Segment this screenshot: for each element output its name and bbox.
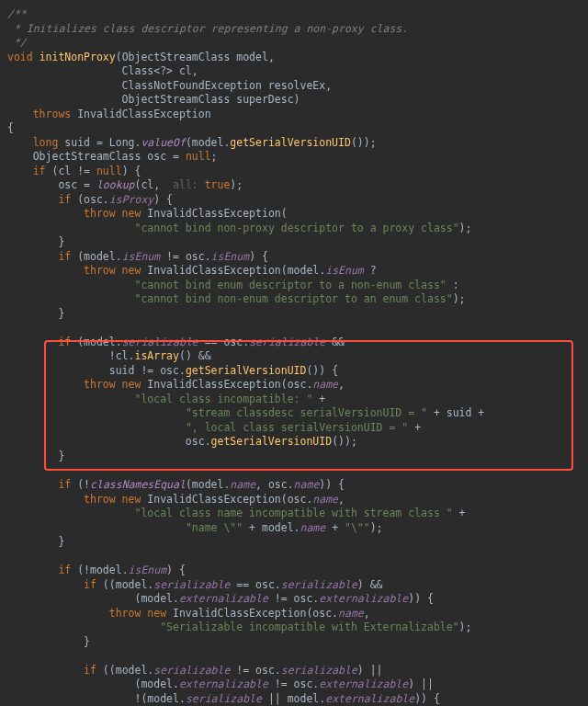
code-block: /** * Initializes class descriptor repre… [7,7,588,706]
